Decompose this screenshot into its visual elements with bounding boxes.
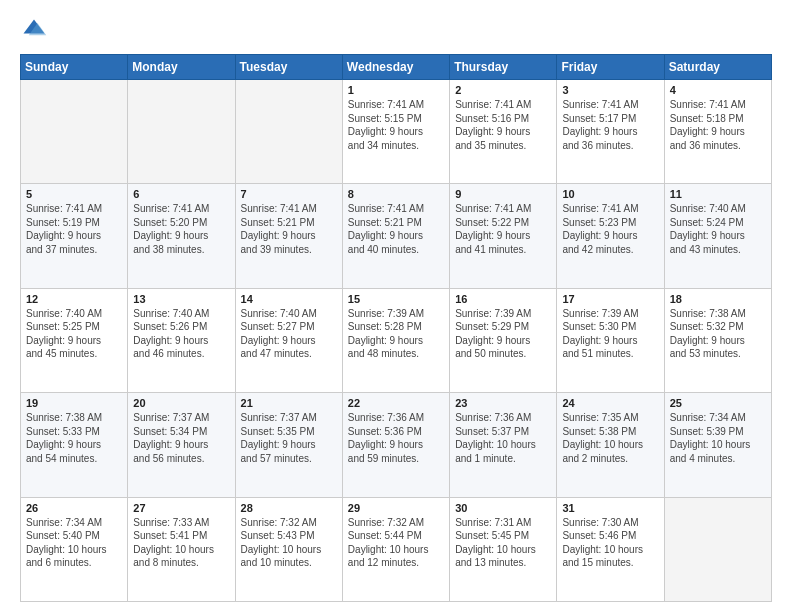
calendar-cell: 16Sunrise: 7:39 AM Sunset: 5:29 PM Dayli… xyxy=(450,288,557,392)
day-info: Sunrise: 7:41 AM Sunset: 5:21 PM Dayligh… xyxy=(348,202,444,256)
day-header-sunday: Sunday xyxy=(21,55,128,80)
day-number: 16 xyxy=(455,293,551,305)
day-number: 8 xyxy=(348,188,444,200)
calendar-week-row: 19Sunrise: 7:38 AM Sunset: 5:33 PM Dayli… xyxy=(21,393,772,497)
day-info: Sunrise: 7:41 AM Sunset: 5:15 PM Dayligh… xyxy=(348,98,444,152)
day-info: Sunrise: 7:36 AM Sunset: 5:37 PM Dayligh… xyxy=(455,411,551,465)
day-number: 9 xyxy=(455,188,551,200)
day-info: Sunrise: 7:33 AM Sunset: 5:41 PM Dayligh… xyxy=(133,516,229,570)
day-info: Sunrise: 7:39 AM Sunset: 5:30 PM Dayligh… xyxy=(562,307,658,361)
day-number: 15 xyxy=(348,293,444,305)
calendar-cell: 1Sunrise: 7:41 AM Sunset: 5:15 PM Daylig… xyxy=(342,80,449,184)
day-info: Sunrise: 7:30 AM Sunset: 5:46 PM Dayligh… xyxy=(562,516,658,570)
day-number: 28 xyxy=(241,502,337,514)
day-header-thursday: Thursday xyxy=(450,55,557,80)
day-number: 6 xyxy=(133,188,229,200)
calendar-cell: 5Sunrise: 7:41 AM Sunset: 5:19 PM Daylig… xyxy=(21,184,128,288)
calendar-cell: 17Sunrise: 7:39 AM Sunset: 5:30 PM Dayli… xyxy=(557,288,664,392)
calendar-cell: 18Sunrise: 7:38 AM Sunset: 5:32 PM Dayli… xyxy=(664,288,771,392)
day-number: 22 xyxy=(348,397,444,409)
day-number: 24 xyxy=(562,397,658,409)
logo-icon xyxy=(20,16,48,44)
calendar-cell xyxy=(128,80,235,184)
calendar-cell: 29Sunrise: 7:32 AM Sunset: 5:44 PM Dayli… xyxy=(342,497,449,601)
day-header-tuesday: Tuesday xyxy=(235,55,342,80)
day-number: 23 xyxy=(455,397,551,409)
calendar-cell: 26Sunrise: 7:34 AM Sunset: 5:40 PM Dayli… xyxy=(21,497,128,601)
day-number: 20 xyxy=(133,397,229,409)
day-info: Sunrise: 7:34 AM Sunset: 5:39 PM Dayligh… xyxy=(670,411,766,465)
calendar-cell xyxy=(21,80,128,184)
day-number: 10 xyxy=(562,188,658,200)
calendar-cell: 21Sunrise: 7:37 AM Sunset: 5:35 PM Dayli… xyxy=(235,393,342,497)
calendar-cell: 2Sunrise: 7:41 AM Sunset: 5:16 PM Daylig… xyxy=(450,80,557,184)
calendar-cell: 4Sunrise: 7:41 AM Sunset: 5:18 PM Daylig… xyxy=(664,80,771,184)
day-number: 12 xyxy=(26,293,122,305)
day-info: Sunrise: 7:37 AM Sunset: 5:34 PM Dayligh… xyxy=(133,411,229,465)
calendar-week-row: 1Sunrise: 7:41 AM Sunset: 5:15 PM Daylig… xyxy=(21,80,772,184)
calendar-cell: 8Sunrise: 7:41 AM Sunset: 5:21 PM Daylig… xyxy=(342,184,449,288)
calendar-cell xyxy=(235,80,342,184)
day-number: 29 xyxy=(348,502,444,514)
calendar-cell: 3Sunrise: 7:41 AM Sunset: 5:17 PM Daylig… xyxy=(557,80,664,184)
day-header-friday: Friday xyxy=(557,55,664,80)
day-number: 2 xyxy=(455,84,551,96)
day-info: Sunrise: 7:32 AM Sunset: 5:44 PM Dayligh… xyxy=(348,516,444,570)
day-number: 27 xyxy=(133,502,229,514)
calendar-cell: 6Sunrise: 7:41 AM Sunset: 5:20 PM Daylig… xyxy=(128,184,235,288)
day-number: 25 xyxy=(670,397,766,409)
calendar-cell: 9Sunrise: 7:41 AM Sunset: 5:22 PM Daylig… xyxy=(450,184,557,288)
calendar-cell: 30Sunrise: 7:31 AM Sunset: 5:45 PM Dayli… xyxy=(450,497,557,601)
day-info: Sunrise: 7:41 AM Sunset: 5:19 PM Dayligh… xyxy=(26,202,122,256)
day-info: Sunrise: 7:39 AM Sunset: 5:28 PM Dayligh… xyxy=(348,307,444,361)
logo xyxy=(20,16,52,44)
day-info: Sunrise: 7:32 AM Sunset: 5:43 PM Dayligh… xyxy=(241,516,337,570)
day-info: Sunrise: 7:40 AM Sunset: 5:24 PM Dayligh… xyxy=(670,202,766,256)
day-number: 1 xyxy=(348,84,444,96)
day-number: 13 xyxy=(133,293,229,305)
header xyxy=(20,16,772,44)
day-number: 21 xyxy=(241,397,337,409)
calendar-cell: 20Sunrise: 7:37 AM Sunset: 5:34 PM Dayli… xyxy=(128,393,235,497)
calendar-cell: 22Sunrise: 7:36 AM Sunset: 5:36 PM Dayli… xyxy=(342,393,449,497)
calendar-cell: 14Sunrise: 7:40 AM Sunset: 5:27 PM Dayli… xyxy=(235,288,342,392)
calendar-cell: 7Sunrise: 7:41 AM Sunset: 5:21 PM Daylig… xyxy=(235,184,342,288)
day-header-monday: Monday xyxy=(128,55,235,80)
day-number: 30 xyxy=(455,502,551,514)
day-number: 31 xyxy=(562,502,658,514)
day-header-saturday: Saturday xyxy=(664,55,771,80)
calendar-cell: 10Sunrise: 7:41 AM Sunset: 5:23 PM Dayli… xyxy=(557,184,664,288)
day-info: Sunrise: 7:38 AM Sunset: 5:32 PM Dayligh… xyxy=(670,307,766,361)
day-info: Sunrise: 7:40 AM Sunset: 5:25 PM Dayligh… xyxy=(26,307,122,361)
day-number: 4 xyxy=(670,84,766,96)
day-info: Sunrise: 7:38 AM Sunset: 5:33 PM Dayligh… xyxy=(26,411,122,465)
calendar-cell: 11Sunrise: 7:40 AM Sunset: 5:24 PM Dayli… xyxy=(664,184,771,288)
calendar-header-row: SundayMondayTuesdayWednesdayThursdayFrid… xyxy=(21,55,772,80)
day-info: Sunrise: 7:41 AM Sunset: 5:22 PM Dayligh… xyxy=(455,202,551,256)
page: SundayMondayTuesdayWednesdayThursdayFrid… xyxy=(0,0,792,612)
calendar-cell xyxy=(664,497,771,601)
day-number: 18 xyxy=(670,293,766,305)
day-number: 5 xyxy=(26,188,122,200)
day-info: Sunrise: 7:35 AM Sunset: 5:38 PM Dayligh… xyxy=(562,411,658,465)
calendar-cell: 28Sunrise: 7:32 AM Sunset: 5:43 PM Dayli… xyxy=(235,497,342,601)
calendar-cell: 15Sunrise: 7:39 AM Sunset: 5:28 PM Dayli… xyxy=(342,288,449,392)
calendar-cell: 24Sunrise: 7:35 AM Sunset: 5:38 PM Dayli… xyxy=(557,393,664,497)
calendar-week-row: 12Sunrise: 7:40 AM Sunset: 5:25 PM Dayli… xyxy=(21,288,772,392)
day-info: Sunrise: 7:41 AM Sunset: 5:21 PM Dayligh… xyxy=(241,202,337,256)
calendar-week-row: 26Sunrise: 7:34 AM Sunset: 5:40 PM Dayli… xyxy=(21,497,772,601)
calendar-cell: 19Sunrise: 7:38 AM Sunset: 5:33 PM Dayli… xyxy=(21,393,128,497)
calendar-cell: 12Sunrise: 7:40 AM Sunset: 5:25 PM Dayli… xyxy=(21,288,128,392)
day-number: 26 xyxy=(26,502,122,514)
day-info: Sunrise: 7:37 AM Sunset: 5:35 PM Dayligh… xyxy=(241,411,337,465)
calendar-cell: 13Sunrise: 7:40 AM Sunset: 5:26 PM Dayli… xyxy=(128,288,235,392)
day-number: 11 xyxy=(670,188,766,200)
day-info: Sunrise: 7:40 AM Sunset: 5:26 PM Dayligh… xyxy=(133,307,229,361)
day-info: Sunrise: 7:41 AM Sunset: 5:23 PM Dayligh… xyxy=(562,202,658,256)
day-number: 3 xyxy=(562,84,658,96)
day-info: Sunrise: 7:36 AM Sunset: 5:36 PM Dayligh… xyxy=(348,411,444,465)
calendar-cell: 31Sunrise: 7:30 AM Sunset: 5:46 PM Dayli… xyxy=(557,497,664,601)
calendar-cell: 25Sunrise: 7:34 AM Sunset: 5:39 PM Dayli… xyxy=(664,393,771,497)
day-info: Sunrise: 7:31 AM Sunset: 5:45 PM Dayligh… xyxy=(455,516,551,570)
day-number: 19 xyxy=(26,397,122,409)
